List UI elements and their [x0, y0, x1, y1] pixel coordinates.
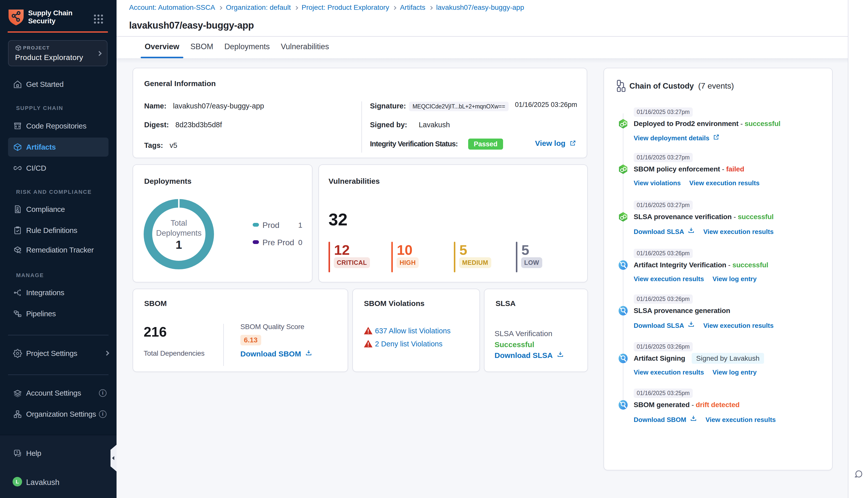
- svg-text:?: ?: [16, 450, 18, 455]
